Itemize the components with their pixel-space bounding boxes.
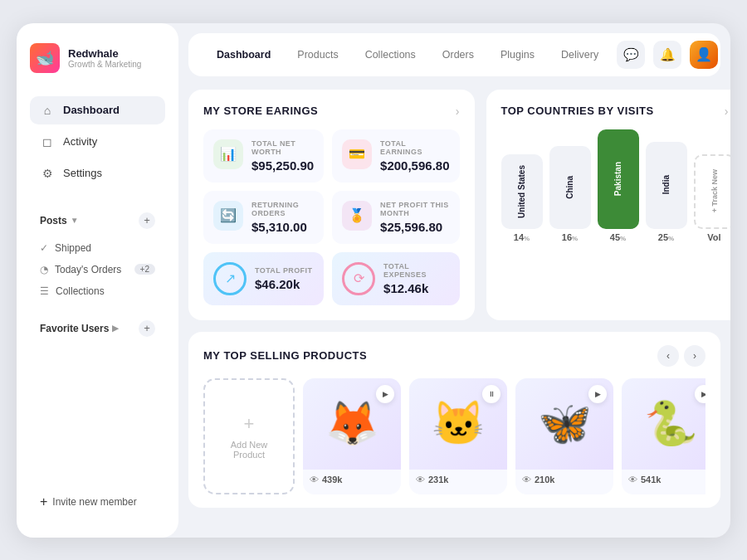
sidebar-item-todays-orders[interactable]: ◔ Today's Orders +2 — [30, 259, 165, 280]
sidebar-item-shipped[interactable]: ✓ Shipped — [30, 237, 165, 259]
collection-icon: ☰ — [40, 285, 49, 297]
invite-member-button[interactable]: + Invite new member — [40, 494, 155, 509]
products-section: MY TOP SELLING PRODUCTS ‹ › + Add NewPro… — [188, 332, 720, 508]
sidebar-item-activity[interactable]: ◻ Activity — [30, 128, 165, 156]
check-icon: ✓ — [40, 242, 48, 254]
countries-nav-icon[interactable]: › — [725, 105, 729, 118]
play-button-2[interactable]: ⏸ — [482, 385, 500, 403]
metric-net-profit: 🏅 NET PROFIT THIS MONTH $25,596.80 — [332, 191, 459, 244]
add-user-button[interactable]: + — [139, 320, 155, 337]
topnav-delivery[interactable]: Delivery — [549, 44, 610, 66]
sidebar-item-label: Settings — [63, 167, 102, 179]
sidebar: 🐋 Redwhale Growth & Marketing ⌂ Dashboar… — [17, 23, 178, 538]
content-area: MY STORE EARINGS › 📊 TOTAL NET WORTH $95… — [178, 76, 730, 538]
metric-total-expenses: ⟳ TOTAL EXPENSES $12.46k — [332, 252, 459, 305]
product-card-1: ▶ 🦊 👁 439k — [303, 378, 401, 494]
logo-icon: 🐋 — [30, 43, 60, 73]
product-card-4: ▶ 🐍 👁 541k — [622, 378, 706, 494]
sidebar-nav: ⌂ Dashboard ◻ Activity ⚙ Settings — [30, 96, 165, 191]
country-bars: United States 14% China 16% — [501, 129, 729, 242]
expenses-icon: ⟳ — [342, 262, 375, 295]
topnav: Dashboard Products Collections Orders Pl… — [188, 33, 720, 76]
activity-icon: ◻ — [40, 135, 55, 149]
metric-total-profit: ↗ TOTAL PROFIT $46.20k — [203, 252, 324, 305]
home-icon: ⌂ — [40, 104, 55, 117]
product-views-3: 210k — [535, 475, 554, 485]
country-add[interactable]: + Track New Vol — [694, 154, 731, 242]
add-post-button[interactable]: + — [139, 212, 155, 229]
gear-icon: ⚙ — [40, 167, 55, 180]
earnings-title: MY STORE EARINGS — [203, 105, 318, 117]
metric-net-worth: 📊 TOTAL NET WORTH $95,250.90 — [203, 129, 324, 183]
favorite-users-title: Favorite Users ▶ — [40, 323, 119, 334]
returning-icon: 🔄 — [213, 201, 243, 231]
main-content: Dashboard Products Collections Orders Pl… — [178, 23, 730, 538]
favorite-users-section: Favorite Users ▶ + — [30, 315, 165, 345]
clock-icon: ◔ — [40, 264, 48, 275]
posts-section-title: Posts ▼ — [40, 215, 79, 226]
views-icon-4: 👁 — [628, 475, 637, 485]
products-prev-button[interactable]: ‹ — [657, 345, 679, 367]
sidebar-item-dashboard[interactable]: ⌂ Dashboard — [30, 96, 165, 124]
earnings-card: MY STORE EARINGS › 📊 TOTAL NET WORTH $95… — [188, 90, 475, 320]
products-grid: + Add NewProduct ▶ 🦊 👁 439k — [203, 378, 706, 494]
views-icon-2: 👁 — [416, 475, 425, 485]
metric-returning-orders: 🔄 RETURNING ORDERS $5,310.00 — [203, 191, 324, 244]
product-card-3: ▶ 🦋 👁 210k — [515, 378, 613, 494]
earnings-nav-icon[interactable]: › — [456, 105, 460, 118]
play-button-1[interactable]: ▶ — [376, 385, 394, 403]
topnav-products[interactable]: Products — [286, 44, 349, 66]
play-button-4[interactable]: ▶ — [695, 385, 706, 403]
topnav-dashboard[interactable]: Dashboard — [205, 44, 282, 66]
top-row: MY STORE EARINGS › 📊 TOTAL NET WORTH $95… — [188, 90, 720, 320]
product-views-1: 439k — [322, 475, 342, 485]
add-product-card[interactable]: + Add NewProduct — [203, 378, 295, 494]
posts-section: Posts ▼ + ✓ Shipped ◔ Today's Orders +2 … — [30, 207, 165, 302]
plus-icon: + — [40, 494, 47, 509]
add-product-icon: + — [244, 413, 255, 435]
net-worth-icon: 📊 — [213, 139, 243, 169]
play-button-3[interactable]: ▶ — [588, 385, 607, 403]
sidebar-item-label: Activity — [63, 135, 97, 148]
chevron-right-icon: ▶ — [112, 324, 119, 333]
chat-button[interactable]: 💬 — [617, 41, 645, 69]
metric-total-earnings: 💳 TOTAL EARNINGS $200,596.80 — [332, 129, 459, 183]
country-pk: Pakistan 45% — [598, 129, 639, 242]
add-product-label: Add NewProduct — [231, 440, 268, 460]
app-name: Redwhale — [68, 47, 141, 60]
total-profit-icon: ↗ — [213, 262, 247, 295]
countries-card: TOP COUNTRIES BY VISITS › United States … — [486, 90, 731, 320]
chevron-icon: ▼ — [71, 216, 79, 225]
app-subtitle: Growth & Marketing — [68, 60, 141, 69]
products-next-button[interactable]: › — [684, 345, 706, 367]
avatar-button[interactable]: 👤 — [690, 41, 718, 69]
product-views-4: 541k — [641, 475, 661, 485]
metrics-grid: 📊 TOTAL NET WORTH $95,250.90 💳 TOTAL EAR… — [203, 129, 460, 305]
views-icon-1: 👁 — [310, 475, 319, 485]
country-us: United States 14% — [501, 154, 543, 242]
sidebar-item-label: Dashboard — [63, 104, 120, 116]
earnings-icon: 💳 — [342, 139, 372, 169]
profit-icon: 🏅 — [342, 201, 372, 231]
topnav-plugins[interactable]: Plugins — [489, 44, 546, 66]
sidebar-item-collections[interactable]: ☰ Collections — [30, 280, 165, 302]
product-views-2: 231k — [428, 475, 448, 485]
country-in: India 25% — [646, 142, 687, 242]
orders-badge: +2 — [134, 264, 155, 275]
logo: 🐋 Redwhale Growth & Marketing — [30, 43, 165, 73]
products-title: MY TOP SELLING PRODUCTS — [203, 349, 367, 362]
sidebar-item-settings[interactable]: ⚙ Settings — [30, 159, 165, 187]
notification-button[interactable]: 🔔 — [653, 41, 681, 69]
sidebar-footer: + Invite new member — [30, 486, 165, 518]
countries-title: TOP COUNTRIES BY VISITS — [501, 105, 654, 117]
product-card-2: ⏸ 🐱 👁 231k — [409, 378, 507, 494]
views-icon-3: 👁 — [522, 475, 531, 485]
topnav-orders[interactable]: Orders — [431, 44, 486, 66]
country-cn: China 16% — [549, 146, 591, 242]
topnav-collections[interactable]: Collections — [354, 44, 427, 66]
